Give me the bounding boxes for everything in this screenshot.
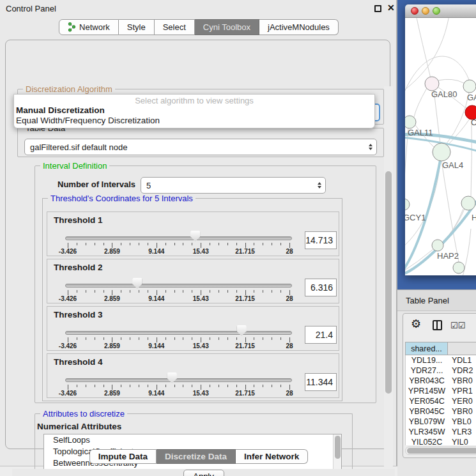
- table-row[interactable]: YER054CYER0: [406, 396, 476, 406]
- threshold-slider-track[interactable]: [65, 378, 292, 382]
- tab-label: jActiveMNodules: [268, 20, 330, 35]
- interval-definition-label: Interval Definition: [40, 161, 109, 171]
- threshold-value-field[interactable]: 11.344: [305, 373, 337, 391]
- table-data-combobox[interactable]: galFiltered.sif default node: [24, 139, 377, 155]
- network-canvas[interactable]: GAL80GACGAL11GAL4GCY1HHAP2: [405, 18, 476, 275]
- table-cell: YDL1: [448, 355, 476, 365]
- table-row[interactable]: YDL19...YDL1: [406, 355, 476, 365]
- column-header-shared-name[interactable]: shared...: [406, 342, 448, 355]
- scrollbar-thumb[interactable]: [385, 171, 392, 394]
- combo-stepper-icon: [314, 182, 325, 188]
- table-cell: YDR2: [448, 365, 476, 376]
- network-node-gal4[interactable]: [433, 143, 450, 161]
- table-rows: YDL19...YDL1YDR27...YDR2YBR043CYBR0YPR14…: [405, 355, 476, 445]
- threshold-value-field[interactable]: 21.4: [305, 326, 337, 344]
- mac-close-icon[interactable]: [411, 7, 418, 15]
- table-row[interactable]: YBR043CYBR0: [406, 376, 476, 386]
- network-window-titlebar[interactable]: [405, 4, 476, 18]
- slider-ticks: [68, 337, 289, 342]
- attribute-item-selfloops[interactable]: SelfLoops: [44, 434, 341, 446]
- tab-network[interactable]: Network: [59, 19, 119, 35]
- table-data-group: Table Data galFiltered.sif default node: [17, 128, 384, 157]
- threshold-2-box: Threshold 2-3.4262.8599.14415.4321.71528…: [47, 259, 339, 303]
- popup-option-manual-discretization[interactable]: Manual Discretization: [14, 105, 374, 116]
- threshold-value-field[interactable]: 14.713: [305, 231, 337, 249]
- control-panel: Control Panel ✕ NetworkStyleSelectCyni T…: [0, 0, 397, 466]
- tab-cyni-toolbox[interactable]: Cyni Toolbox: [195, 19, 259, 35]
- table-horizontal-scrollbar[interactable]: [405, 447, 476, 455]
- threshold-slider-track[interactable]: [65, 236, 292, 240]
- slider-ticks: [68, 290, 289, 295]
- network-icon: [68, 22, 76, 32]
- table-panel-bar: Table Panel: [397, 289, 476, 311]
- tab-label: Style: [127, 20, 146, 35]
- table-row[interactable]: YPR145WYPR1: [406, 386, 476, 396]
- table-row[interactable]: YDR27...YDR2: [406, 365, 476, 376]
- network-node[interactable]: [453, 262, 464, 273]
- tab-label: Select: [163, 20, 186, 35]
- columns-icon[interactable]: [433, 320, 442, 330]
- gear-icon[interactable]: ⚙: [411, 318, 421, 330]
- table-header-row: shared... n: [405, 342, 476, 355]
- mac-minimize-icon[interactable]: [422, 7, 429, 15]
- threshold-label: Threshold 2: [54, 263, 103, 272]
- algorithm-dropdown-popup: Select algorithm to view settings Manual…: [13, 94, 375, 128]
- network-node-gcy1[interactable]: [405, 199, 410, 210]
- float-panel-icon[interactable]: [374, 5, 381, 12]
- network-node-label: H: [472, 213, 476, 222]
- table-cell: YIL0: [448, 437, 476, 445]
- number-of-intervals-label: Number of Intervals: [58, 180, 135, 189]
- column-header-name[interactable]: n: [448, 342, 476, 355]
- tab-jactivemnodules[interactable]: jActiveMNodules: [259, 19, 339, 35]
- network-node-label: GAL11: [408, 128, 433, 137]
- table-cell: YER0: [448, 396, 476, 406]
- table-cell: YPR145W: [406, 386, 448, 396]
- network-node-ga[interactable]: [463, 80, 476, 93]
- table-cell: YBL0: [448, 417, 476, 427]
- combo-stepper-icon: [365, 144, 376, 150]
- threshold-value-field[interactable]: 6.316: [305, 279, 337, 296]
- close-panel-icon[interactable]: ✕: [387, 3, 395, 13]
- tab-label: Network: [79, 20, 110, 35]
- threshold-slider-track[interactable]: [65, 284, 292, 288]
- network-node-h[interactable]: [461, 196, 475, 210]
- slider-tick-labels: -3.4262.8599.14415.4321.71528: [68, 390, 289, 397]
- table-row[interactable]: YBL079WYBL0: [406, 417, 476, 427]
- select-columns-checkboxes-icon[interactable]: ☑☑: [450, 321, 465, 330]
- table-panel-area: ⚙ ☑☑ shared... n YDL19...YDL1YDR27...YDR…: [397, 311, 476, 476]
- table-row[interactable]: YBR045CYBR0: [406, 406, 476, 417]
- slider-tick-labels: -3.4262.8599.14415.4321.71528: [68, 342, 289, 350]
- threshold-slider-track[interactable]: [65, 331, 292, 335]
- table-cell: YLR3: [448, 427, 476, 437]
- bottom-tab-infer-network[interactable]: Infer Network: [236, 449, 308, 464]
- mac-zoom-icon[interactable]: [433, 7, 440, 15]
- threshold-1-box: Threshold 1-3.4262.8599.14415.4321.71528…: [47, 211, 339, 256]
- scrollbar-thumb[interactable]: [407, 448, 476, 454]
- slider-ticks: [68, 243, 289, 248]
- apply-button[interactable]: Apply: [183, 470, 224, 476]
- table-cell: YDR27...: [406, 365, 448, 376]
- number-of-intervals-combobox[interactable]: 5: [141, 177, 326, 194]
- cyni-toolbox-panel: Discretization Algorithm Select algorith…: [5, 40, 390, 449]
- apply-button-area: Apply: [12, 469, 395, 476]
- network-node-label: GA: [467, 93, 476, 102]
- bottom-tab-impute-data[interactable]: Impute Data: [89, 449, 157, 464]
- bottom-tab-discretize-data[interactable]: Discretize Data: [157, 449, 236, 464]
- network-node-gal11[interactable]: [405, 116, 416, 128]
- number-of-intervals-value: 5: [141, 181, 314, 190]
- table-cell: YPR1: [448, 386, 476, 396]
- network-node-label: C: [471, 118, 476, 127]
- table-row[interactable]: YIL052CYIL0: [406, 437, 476, 445]
- table-row[interactable]: YLR345WYLR3: [406, 427, 476, 437]
- panel-title: Control Panel: [6, 4, 56, 13]
- popup-option-equal-width-frequency[interactable]: Equal Width/Frequency Discretization: [14, 116, 374, 126]
- panel-vertical-scrollbar[interactable]: [384, 86, 393, 476]
- table-cell: YBR045C: [406, 406, 448, 417]
- application-window: Control Panel ✕ NetworkStyleSelectCyni T…: [0, 0, 476, 476]
- network-node-gal80[interactable]: [425, 77, 439, 91]
- tab-select[interactable]: Select: [155, 19, 195, 35]
- slider-ticks: [68, 385, 289, 390]
- table-cell: YBR043C: [406, 376, 448, 386]
- network-node-hap2[interactable]: [432, 240, 443, 251]
- tab-style[interactable]: Style: [119, 19, 155, 35]
